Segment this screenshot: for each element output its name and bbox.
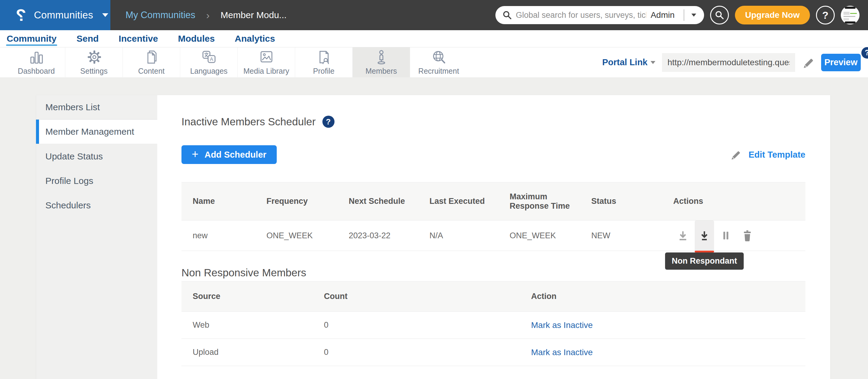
title-help-icon[interactable]: ? bbox=[322, 116, 335, 128]
breadcrumb-separator-icon: › bbox=[206, 10, 210, 20]
column-header: Next Schedule bbox=[349, 182, 430, 220]
plus-icon: + bbox=[192, 148, 198, 160]
chevron-down-icon[interactable] bbox=[691, 13, 696, 16]
trash-icon bbox=[741, 229, 754, 242]
profile-icon bbox=[315, 49, 332, 65]
column-header: Frequency bbox=[267, 182, 349, 220]
pause-button[interactable] bbox=[716, 220, 736, 251]
cell-source: Upload bbox=[182, 339, 324, 366]
module-content[interactable]: Content bbox=[123, 47, 180, 77]
pencil-icon bbox=[730, 149, 741, 160]
module-label: Content bbox=[138, 67, 165, 75]
tab-modules[interactable]: Modules bbox=[177, 30, 215, 47]
edit-url-button[interactable] bbox=[802, 56, 814, 69]
table-row: Upload 0 Mark as Inactive bbox=[182, 339, 805, 366]
product-switcher[interactable]: ? Communities bbox=[0, 0, 111, 30]
module-members[interactable]: Members bbox=[352, 47, 410, 77]
scheduler-table-header-row: Name Frequency Next Schedule Last Execut… bbox=[182, 182, 805, 220]
column-header: Action bbox=[531, 281, 805, 312]
user-avatar[interactable] bbox=[841, 6, 860, 25]
preview-button[interactable]: Preview bbox=[821, 54, 861, 71]
sidebar-item-schedulers[interactable]: Schedulers bbox=[36, 193, 157, 217]
help-button[interactable]: ? bbox=[816, 6, 835, 25]
global-search-input[interactable] bbox=[516, 10, 647, 20]
pause-icon bbox=[720, 230, 732, 242]
upgrade-now-button[interactable]: Upgrade Now bbox=[735, 6, 810, 25]
module-profile[interactable]: Profile bbox=[295, 47, 352, 77]
sidebar-item-member-management[interactable]: Member Management bbox=[36, 119, 157, 144]
download-non-respondant-button[interactable]: Non Respondant bbox=[695, 220, 714, 251]
portal-link-dropdown[interactable]: Portal Link bbox=[602, 57, 655, 67]
svg-text:A: A bbox=[210, 57, 213, 62]
cell-actions: Non Respondant bbox=[673, 220, 805, 251]
content-panel: Members List Member Management Update St… bbox=[36, 95, 830, 379]
delete-button[interactable] bbox=[738, 220, 757, 251]
primary-nav: Community Send Incentive Modules Analyti… bbox=[0, 30, 868, 47]
column-header: Name bbox=[182, 182, 267, 220]
top-header: ? Communities My Communities › Member Mo… bbox=[0, 0, 868, 30]
module-settings[interactable]: Settings bbox=[65, 47, 123, 77]
column-header: Source bbox=[182, 281, 324, 312]
tab-send[interactable]: Send bbox=[76, 30, 99, 47]
content-icon bbox=[143, 49, 160, 65]
divider bbox=[684, 9, 684, 21]
module-label: Dashboard bbox=[18, 67, 55, 75]
portal-url-field[interactable] bbox=[662, 53, 795, 72]
download-button[interactable] bbox=[673, 220, 692, 251]
product-name: Communities bbox=[34, 9, 93, 21]
non-responsive-members-table: Source Count Action Web 0 Mark as Inacti… bbox=[182, 281, 805, 366]
global-search[interactable]: Admin bbox=[495, 6, 704, 24]
add-scheduler-label: Add Scheduler bbox=[205, 150, 267, 160]
module-label: Settings bbox=[80, 67, 107, 75]
cell-name: new bbox=[182, 220, 267, 251]
tooltip: Non Respondant bbox=[665, 252, 744, 270]
advanced-search-button[interactable] bbox=[710, 6, 729, 25]
module-label: Profile bbox=[313, 67, 335, 75]
module-media-library[interactable]: Media Library bbox=[238, 47, 295, 77]
pencil-icon bbox=[802, 56, 814, 69]
question-mark-icon: ? bbox=[822, 9, 829, 21]
mark-as-inactive-link[interactable]: Mark as Inactive bbox=[531, 348, 593, 357]
main-content: Inactive Members Scheduler ? + Add Sched… bbox=[157, 95, 830, 379]
module-label: Members bbox=[365, 67, 397, 75]
cell-frequency: ONE_WEEK bbox=[267, 220, 349, 251]
cell-next-schedule: 2023-03-22 bbox=[349, 220, 430, 251]
breadcrumb-current: Member Modu... bbox=[220, 10, 286, 20]
tab-incentive[interactable]: Incentive bbox=[118, 30, 158, 47]
page-background: Members List Member Management Update St… bbox=[0, 77, 868, 379]
cell-source: Web bbox=[182, 312, 324, 339]
column-header: Status bbox=[591, 182, 673, 220]
add-scheduler-button[interactable]: + Add Scheduler bbox=[182, 145, 277, 164]
table-row: Web 0 Mark as Inactive bbox=[182, 312, 805, 339]
cell-max-response-time: ONE_WEEK bbox=[509, 220, 591, 251]
edit-template-link[interactable]: Edit Template bbox=[730, 149, 805, 160]
module-label: Media Library bbox=[244, 67, 289, 75]
breadcrumb-parent-link[interactable]: My Communities bbox=[125, 10, 195, 21]
portal-link-area: Portal Link Preview ? bbox=[602, 47, 868, 77]
search-icon bbox=[503, 10, 512, 20]
settings-icon bbox=[86, 49, 102, 65]
page-title: Inactive Members Scheduler bbox=[182, 115, 316, 128]
sidebar-item-update-status[interactable]: Update Status bbox=[36, 144, 157, 169]
preview-help-icon[interactable]: ? bbox=[861, 47, 868, 59]
mark-as-inactive-link[interactable]: Mark as Inactive bbox=[531, 320, 593, 330]
tab-community[interactable]: Community bbox=[6, 30, 57, 47]
search-icon bbox=[715, 10, 724, 20]
column-header: Last Executed bbox=[430, 182, 509, 220]
sidebar-item-members-list[interactable]: Members List bbox=[36, 95, 157, 119]
module-recruitment[interactable]: Recruitment bbox=[410, 47, 467, 77]
tab-analytics[interactable]: Analytics bbox=[234, 30, 276, 47]
edit-template-label: Edit Template bbox=[748, 150, 805, 160]
portal-link-label: Portal Link bbox=[602, 57, 648, 67]
questionpro-logo-icon: ? bbox=[16, 7, 26, 24]
module-dashboard[interactable]: Dashboard bbox=[7, 47, 65, 77]
module-languages[interactable]: A Languages bbox=[180, 47, 238, 77]
scheduler-table: Name Frequency Next Schedule Last Execut… bbox=[182, 182, 805, 251]
chevron-down-icon bbox=[651, 61, 655, 64]
column-header: Actions bbox=[673, 182, 805, 220]
cell-last-executed: N/A bbox=[430, 220, 509, 251]
sidebar-item-profile-logs[interactable]: Profile Logs bbox=[36, 169, 157, 193]
column-header: Maximum Response Time bbox=[509, 182, 591, 220]
media-library-icon bbox=[258, 49, 275, 65]
search-scope[interactable]: Admin bbox=[651, 10, 679, 20]
